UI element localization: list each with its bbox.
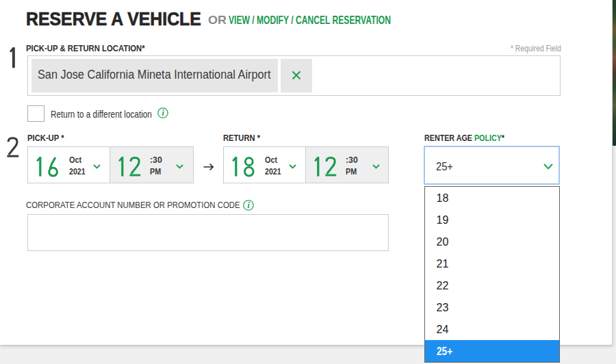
svg-text:i: i	[248, 200, 251, 210]
svg-text:i: i	[162, 108, 165, 118]
